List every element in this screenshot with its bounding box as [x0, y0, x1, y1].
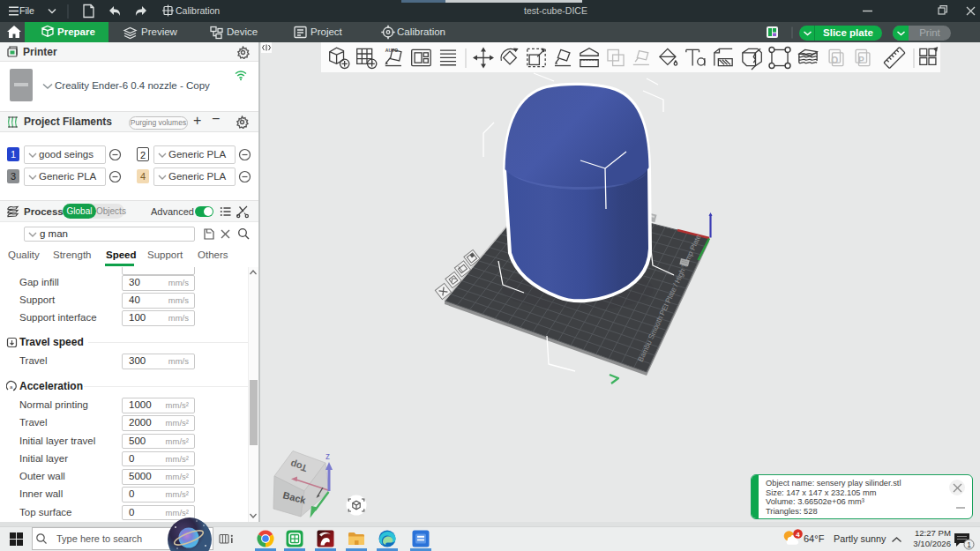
svg-text:1: 1 — [967, 540, 971, 549]
svg-text:a: a — [10, 384, 13, 390]
svg-text:z: z — [325, 451, 330, 461]
svg-text:4: 4 — [796, 531, 800, 539]
